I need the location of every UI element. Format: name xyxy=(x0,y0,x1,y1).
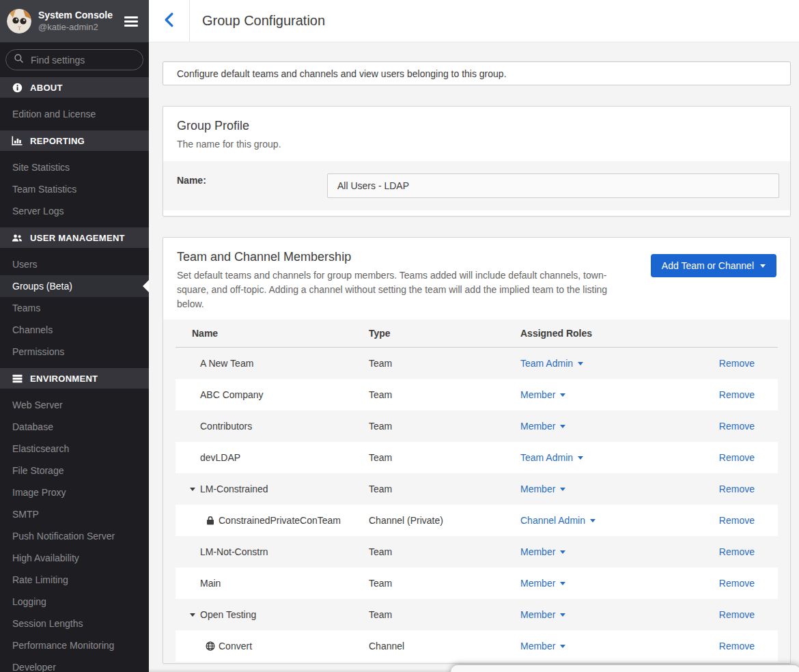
remove-link[interactable]: Remove xyxy=(719,421,755,432)
role-dropdown[interactable]: Member xyxy=(520,484,565,494)
sidebar-section-label: USER MANAGEMENT xyxy=(30,233,125,243)
role-label: Team Admin xyxy=(520,452,573,463)
sidebar-item-users[interactable]: Users xyxy=(0,253,149,275)
remove-link[interactable]: Remove xyxy=(719,546,755,557)
chevron-down-icon xyxy=(578,362,583,368)
sidebar-item-server-logs[interactable]: Server Logs xyxy=(0,200,149,222)
sidebar-section-items: Web ServerDatabaseElasticsearchFile Stor… xyxy=(0,389,149,672)
sidebar-item-image-proxy[interactable]: Image Proxy xyxy=(0,481,149,503)
back-button[interactable] xyxy=(149,0,190,42)
sidebar-item-performance-monitoring[interactable]: Performance Monitoring xyxy=(0,634,149,656)
sidebar-section-user-management: USER MANAGEMENT xyxy=(0,227,149,248)
role-label: Member xyxy=(520,421,555,432)
search-input[interactable] xyxy=(29,54,135,66)
remove-link[interactable]: Remove xyxy=(719,515,755,526)
row-type: Team xyxy=(369,452,520,463)
sidebar-section-items: Site StatisticsTeam StatisticsServer Log… xyxy=(0,151,149,227)
sidebar-item-database[interactable]: Database xyxy=(0,416,149,438)
row-type: Team xyxy=(369,546,520,557)
role-dropdown[interactable]: Member xyxy=(520,641,565,652)
info-banner: Configure default teams and channels and… xyxy=(163,61,791,85)
table-row: devLDAPTeamTeam AdminRemove xyxy=(176,442,778,473)
chevron-down-icon xyxy=(560,425,565,431)
sidebar-section-items: UsersGroups (Beta)TeamsChannelsPermissio… xyxy=(0,248,149,368)
row-name: ABC Company xyxy=(200,389,264,400)
collapse-caret-icon[interactable] xyxy=(190,613,195,619)
sidebar-section-reporting: REPORTING xyxy=(0,130,149,151)
chevron-down-icon xyxy=(560,613,565,619)
sidebar-item-rate-limiting[interactable]: Rate Limiting xyxy=(0,569,149,591)
sidebar-item-groups-beta[interactable]: Groups (Beta) xyxy=(0,275,149,297)
admin-username: @katie-admin2 xyxy=(38,22,113,33)
remove-link[interactable]: Remove xyxy=(719,609,755,620)
hamburger-menu-icon[interactable] xyxy=(120,12,142,31)
remove-link[interactable]: Remove xyxy=(719,641,755,652)
sidebar-header[interactable]: System Console @katie-admin2 xyxy=(0,0,149,42)
sidebar-item-file-storage[interactable]: File Storage xyxy=(0,460,149,481)
role-label: Team Admin xyxy=(520,358,573,369)
page-title: Group Configuration xyxy=(190,13,325,29)
remove-link[interactable]: Remove xyxy=(719,358,755,369)
table-body: A New TeamTeamTeam AdminRemoveABC Compan… xyxy=(176,348,778,662)
role-dropdown[interactable]: Member xyxy=(520,421,565,432)
table-row: A New TeamTeamTeam AdminRemove xyxy=(176,348,778,379)
group-name-row: Name: xyxy=(163,161,790,210)
role-dropdown[interactable]: Team Admin xyxy=(520,358,583,369)
row-type: Team xyxy=(369,389,520,400)
add-team-or-channel-button[interactable]: Add Team or Channel xyxy=(651,254,776,277)
row-type: Channel (Private) xyxy=(369,515,520,526)
table-row: ConstrainedPrivateConTeamChannel (Privat… xyxy=(176,505,778,536)
sidebar-item-elasticsearch[interactable]: Elasticsearch xyxy=(0,438,149,460)
role-dropdown[interactable]: Member xyxy=(520,546,565,557)
sidebar-section-label: REPORTING xyxy=(30,136,85,146)
sidebar-item-team-statistics[interactable]: Team Statistics xyxy=(0,178,149,200)
row-name: A New Team xyxy=(200,358,253,369)
remove-link[interactable]: Remove xyxy=(719,578,755,589)
sidebar-item-smtp[interactable]: SMTP xyxy=(0,503,149,525)
sidebar-item-site-statistics[interactable]: Site Statistics xyxy=(0,156,149,178)
sidebar-item-edition-and-license[interactable]: Edition and License xyxy=(0,103,149,125)
membership-description: Set default teams and channels for group… xyxy=(177,268,631,311)
row-name: ConstrainedPrivateConTeam xyxy=(219,515,341,526)
bottom-sheet-shadow xyxy=(451,665,799,672)
sidebar-nav: ABOUTEdition and LicenseREPORTINGSite St… xyxy=(0,77,149,672)
table-row: LM-ConstrainedTeamMemberRemove xyxy=(176,473,778,505)
row-name: devLDAP xyxy=(200,452,240,463)
sidebar-item-web-server[interactable]: Web Server xyxy=(0,394,149,416)
chevron-down-icon xyxy=(578,456,583,462)
group-name-input[interactable] xyxy=(327,173,779,198)
sidebar-item-session-lengths[interactable]: Session Lengths xyxy=(0,613,149,634)
sidebar-item-high-availability[interactable]: High Availability xyxy=(0,547,149,569)
bar-chart-icon xyxy=(12,136,23,145)
row-name: Main xyxy=(200,578,221,589)
role-dropdown[interactable]: Member xyxy=(520,389,565,400)
group-profile-card: Group Profile The name for this group. N… xyxy=(163,106,791,216)
sidebar-section-label: ABOUT xyxy=(30,83,63,93)
role-label: Member xyxy=(520,484,555,494)
collapse-caret-icon[interactable] xyxy=(190,488,195,494)
sidebar-item-channels[interactable]: Channels xyxy=(0,319,149,341)
sidebar-item-permissions[interactable]: Permissions xyxy=(0,341,149,363)
remove-link[interactable]: Remove xyxy=(719,484,755,494)
role-dropdown[interactable]: Member xyxy=(520,578,565,589)
sidebar-item-logging[interactable]: Logging xyxy=(0,591,149,613)
chevron-down-icon xyxy=(560,582,565,588)
table-row: ContributorsTeamMemberRemove xyxy=(176,410,778,442)
chevron-down-icon xyxy=(560,645,565,651)
table-row: MainTeamMemberRemove xyxy=(176,568,778,599)
content-area: Configure default teams and channels and… xyxy=(149,42,799,672)
add-team-or-channel-label: Add Team or Channel xyxy=(662,260,754,271)
role-dropdown[interactable]: Member xyxy=(520,609,565,620)
sidebar-item-teams[interactable]: Teams xyxy=(0,297,149,319)
avatar xyxy=(7,9,31,33)
sidebar-item-developer[interactable]: Developer xyxy=(0,656,149,672)
role-label: Channel Admin xyxy=(520,515,585,526)
role-label: Member xyxy=(520,578,555,589)
row-type: Team xyxy=(369,421,520,432)
row-name: Open Testing xyxy=(200,609,256,620)
role-dropdown[interactable]: Team Admin xyxy=(520,452,583,463)
remove-link[interactable]: Remove xyxy=(719,452,755,463)
sidebar-item-push-notification-server[interactable]: Push Notification Server xyxy=(0,525,149,547)
role-dropdown[interactable]: Channel Admin xyxy=(520,515,595,526)
remove-link[interactable]: Remove xyxy=(719,389,755,400)
